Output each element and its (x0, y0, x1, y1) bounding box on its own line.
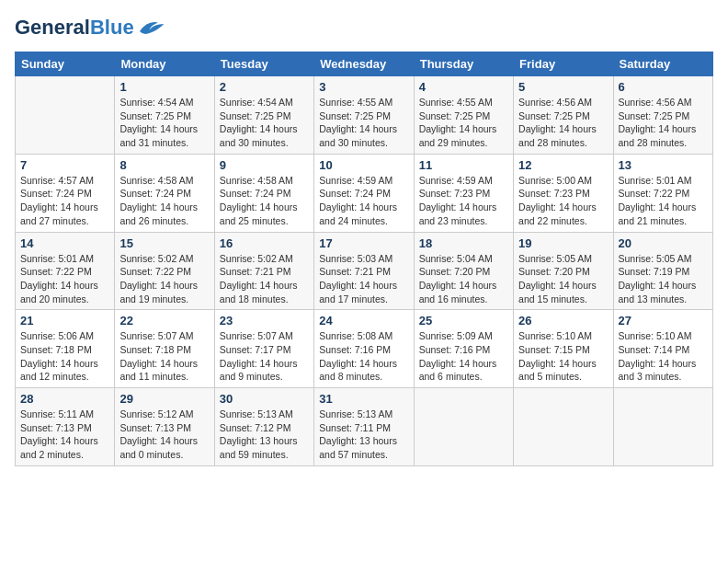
day-number: 16 (220, 236, 309, 250)
calendar-cell: 1Sunrise: 4:54 AM Sunset: 7:25 PM Daylig… (115, 76, 214, 155)
weekday-header-tuesday: Tuesday (214, 52, 313, 76)
day-info: Sunrise: 5:10 AM Sunset: 7:14 PM Dayligh… (619, 329, 708, 384)
calendar-cell: 20Sunrise: 5:05 AM Sunset: 7:19 PM Dayli… (613, 232, 712, 310)
calendar-cell: 18Sunrise: 5:04 AM Sunset: 7:20 PM Dayli… (414, 232, 513, 310)
day-number: 26 (518, 314, 608, 327)
weekday-header-wednesday: Wednesday (314, 52, 414, 76)
calendar-cell: 21Sunrise: 5:06 AM Sunset: 7:18 PM Dayli… (16, 310, 115, 388)
calendar-cell (414, 388, 513, 466)
day-info: Sunrise: 4:56 AM Sunset: 7:25 PM Dayligh… (518, 96, 608, 150)
calendar-cell: 3Sunrise: 4:55 AM Sunset: 7:25 PM Daylig… (314, 76, 414, 155)
day-number: 12 (518, 158, 608, 172)
day-number: 7 (20, 158, 109, 172)
day-info: Sunrise: 4:59 AM Sunset: 7:24 PM Dayligh… (319, 174, 408, 228)
day-info: Sunrise: 5:06 AM Sunset: 7:18 PM Dayligh… (20, 329, 109, 384)
calendar-cell: 5Sunrise: 4:56 AM Sunset: 7:25 PM Daylig… (514, 76, 613, 155)
day-number: 22 (119, 314, 209, 327)
calendar-cell: 13Sunrise: 5:01 AM Sunset: 7:22 PM Dayli… (613, 154, 712, 232)
day-number: 18 (419, 236, 508, 250)
calendar-week-2: 7Sunrise: 4:57 AM Sunset: 7:24 PM Daylig… (16, 154, 713, 232)
day-info: Sunrise: 5:02 AM Sunset: 7:21 PM Dayligh… (220, 252, 309, 306)
calendar-cell: 4Sunrise: 4:55 AM Sunset: 7:25 PM Daylig… (414, 76, 513, 155)
day-info: Sunrise: 5:00 AM Sunset: 7:23 PM Dayligh… (518, 174, 608, 228)
day-number: 27 (619, 314, 708, 327)
calendar-week-3: 14Sunrise: 5:01 AM Sunset: 7:22 PM Dayli… (16, 232, 713, 310)
day-number: 21 (20, 314, 109, 327)
day-number: 3 (319, 80, 408, 94)
calendar-week-5: 28Sunrise: 5:11 AM Sunset: 7:13 PM Dayli… (16, 388, 713, 466)
day-info: Sunrise: 5:13 AM Sunset: 7:12 PM Dayligh… (220, 408, 309, 462)
calendar-cell: 28Sunrise: 5:11 AM Sunset: 7:13 PM Dayli… (16, 388, 115, 466)
calendar-table: SundayMondayTuesdayWednesdayThursdayFrid… (15, 52, 713, 466)
day-number: 15 (119, 236, 209, 250)
day-number: 30 (220, 392, 309, 406)
page-header: GeneralBlue (15, 15, 713, 40)
day-number: 13 (619, 158, 708, 172)
calendar-cell: 12Sunrise: 5:00 AM Sunset: 7:23 PM Dayli… (514, 154, 613, 232)
logo: GeneralBlue (15, 15, 165, 40)
day-info: Sunrise: 5:08 AM Sunset: 7:16 PM Dayligh… (319, 329, 408, 384)
day-info: Sunrise: 4:55 AM Sunset: 7:25 PM Dayligh… (419, 96, 508, 150)
calendar-cell: 15Sunrise: 5:02 AM Sunset: 7:22 PM Dayli… (115, 232, 214, 310)
weekday-header-saturday: Saturday (613, 52, 712, 76)
day-number: 25 (419, 314, 508, 327)
day-info: Sunrise: 5:10 AM Sunset: 7:15 PM Dayligh… (518, 329, 608, 384)
weekday-header-sunday: Sunday (16, 52, 115, 76)
day-number: 17 (319, 236, 408, 250)
calendar-cell: 8Sunrise: 4:58 AM Sunset: 7:24 PM Daylig… (115, 154, 214, 232)
calendar-cell: 14Sunrise: 5:01 AM Sunset: 7:22 PM Dayli… (16, 232, 115, 310)
day-info: Sunrise: 4:54 AM Sunset: 7:25 PM Dayligh… (119, 96, 209, 150)
calendar-cell: 9Sunrise: 4:58 AM Sunset: 7:24 PM Daylig… (214, 154, 313, 232)
day-number: 23 (220, 314, 309, 327)
calendar-cell: 7Sunrise: 4:57 AM Sunset: 7:24 PM Daylig… (16, 154, 115, 232)
day-number: 29 (119, 392, 209, 406)
calendar-cell: 26Sunrise: 5:10 AM Sunset: 7:15 PM Dayli… (514, 310, 613, 388)
weekday-header-monday: Monday (115, 52, 214, 76)
calendar-cell: 10Sunrise: 4:59 AM Sunset: 7:24 PM Dayli… (314, 154, 414, 232)
day-number: 28 (20, 392, 109, 406)
weekday-header-friday: Friday (514, 52, 613, 76)
day-info: Sunrise: 5:01 AM Sunset: 7:22 PM Dayligh… (20, 252, 109, 306)
calendar-cell: 25Sunrise: 5:09 AM Sunset: 7:16 PM Dayli… (414, 310, 513, 388)
calendar-cell (514, 388, 613, 466)
day-info: Sunrise: 5:05 AM Sunset: 7:19 PM Dayligh… (619, 252, 708, 306)
day-info: Sunrise: 5:02 AM Sunset: 7:22 PM Dayligh… (119, 252, 209, 306)
day-number: 1 (119, 80, 209, 94)
calendar-cell: 17Sunrise: 5:03 AM Sunset: 7:21 PM Dayli… (314, 232, 414, 310)
day-info: Sunrise: 5:09 AM Sunset: 7:16 PM Dayligh… (419, 329, 508, 384)
day-number: 8 (119, 158, 209, 172)
day-info: Sunrise: 5:13 AM Sunset: 7:11 PM Dayligh… (319, 408, 408, 462)
calendar-week-1: 1Sunrise: 4:54 AM Sunset: 7:25 PM Daylig… (16, 76, 713, 155)
day-number: 9 (220, 158, 309, 172)
day-number: 2 (220, 80, 309, 94)
logo-bird-icon (136, 15, 165, 40)
calendar-cell: 31Sunrise: 5:13 AM Sunset: 7:11 PM Dayli… (314, 388, 414, 466)
calendar-cell: 19Sunrise: 5:05 AM Sunset: 7:20 PM Dayli… (514, 232, 613, 310)
calendar-week-4: 21Sunrise: 5:06 AM Sunset: 7:18 PM Dayli… (16, 310, 713, 388)
calendar-cell: 30Sunrise: 5:13 AM Sunset: 7:12 PM Dayli… (214, 388, 313, 466)
day-number: 24 (319, 314, 408, 327)
calendar-cell (613, 388, 712, 466)
day-info: Sunrise: 5:03 AM Sunset: 7:21 PM Dayligh… (319, 252, 408, 306)
day-info: Sunrise: 4:57 AM Sunset: 7:24 PM Dayligh… (20, 174, 109, 228)
day-number: 6 (619, 80, 708, 94)
calendar-cell: 29Sunrise: 5:12 AM Sunset: 7:13 PM Dayli… (115, 388, 214, 466)
calendar-cell: 22Sunrise: 5:07 AM Sunset: 7:18 PM Dayli… (115, 310, 214, 388)
weekday-header-thursday: Thursday (414, 52, 513, 76)
calendar-cell (16, 76, 115, 155)
day-info: Sunrise: 5:04 AM Sunset: 7:20 PM Dayligh… (419, 252, 508, 306)
day-info: Sunrise: 5:07 AM Sunset: 7:17 PM Dayligh… (220, 329, 309, 384)
day-info: Sunrise: 5:11 AM Sunset: 7:13 PM Dayligh… (20, 408, 109, 462)
day-number: 5 (518, 80, 608, 94)
calendar-cell: 11Sunrise: 4:59 AM Sunset: 7:23 PM Dayli… (414, 154, 513, 232)
calendar-cell: 16Sunrise: 5:02 AM Sunset: 7:21 PM Dayli… (214, 232, 313, 310)
calendar-cell: 2Sunrise: 4:54 AM Sunset: 7:25 PM Daylig… (214, 76, 313, 155)
day-number: 10 (319, 158, 408, 172)
calendar-cell: 6Sunrise: 4:56 AM Sunset: 7:25 PM Daylig… (613, 76, 712, 155)
day-number: 14 (20, 236, 109, 250)
day-info: Sunrise: 5:01 AM Sunset: 7:22 PM Dayligh… (619, 174, 708, 228)
logo-text: GeneralBlue (15, 17, 134, 39)
day-info: Sunrise: 5:07 AM Sunset: 7:18 PM Dayligh… (119, 329, 209, 384)
day-info: Sunrise: 4:55 AM Sunset: 7:25 PM Dayligh… (319, 96, 408, 150)
day-number: 4 (419, 80, 508, 94)
